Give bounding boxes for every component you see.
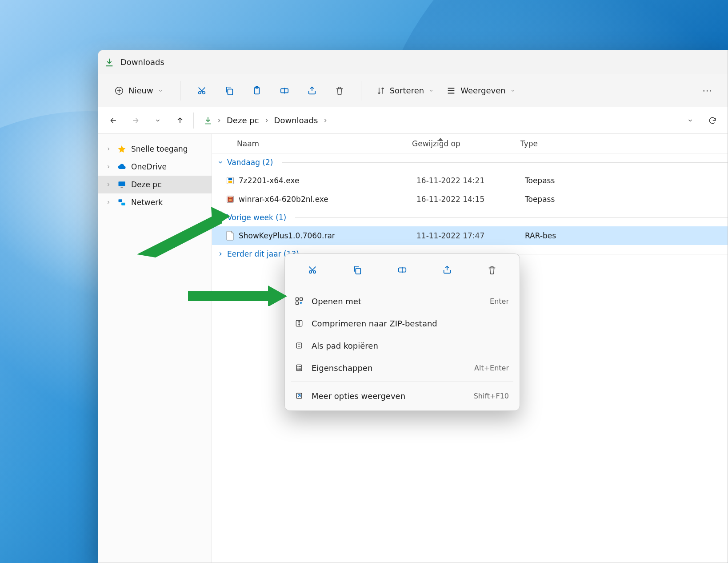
ctx-delete-button[interactable] — [482, 260, 502, 280]
column-date[interactable]: Gewijzigd op — [412, 139, 520, 148]
ctx-item-label: Comprimeren naar ZIP-bestand — [307, 319, 509, 328]
separator — [180, 81, 180, 101]
file-type: Toepass — [525, 195, 574, 204]
file-name: ShowKeyPlus1.0.7060.rar — [237, 231, 416, 240]
chevron-right-icon — [216, 117, 222, 124]
refresh-button[interactable] — [704, 112, 721, 129]
network-icon — [117, 198, 127, 207]
sidebar-item-label: OneDrive — [131, 162, 167, 171]
copy-icon — [224, 86, 234, 96]
chevron-down-icon — [687, 117, 693, 124]
column-name[interactable]: Naam — [212, 139, 412, 148]
sort-icon — [376, 86, 385, 95]
svg-rect-8 — [121, 187, 123, 188]
share-icon — [442, 265, 452, 275]
trash-icon — [487, 265, 497, 275]
window-title: Downloads — [120, 57, 164, 67]
svg-rect-25 — [296, 343, 302, 348]
sidebar-item-quick-access[interactable]: Snelle toegang — [98, 140, 212, 158]
ctx-properties[interactable]: Eigenschappen Alt+Enter — [288, 357, 516, 379]
sort-label: Sorteren — [390, 86, 424, 95]
svg-rect-7 — [119, 181, 125, 186]
chevron-down-icon — [158, 88, 163, 93]
up-button[interactable] — [171, 112, 189, 129]
chevron-right-icon — [322, 117, 328, 124]
ctx-item-label: Meer opties weergeven — [307, 391, 474, 401]
group-last-week[interactable]: Vorige week (1) — [212, 209, 728, 226]
breadcrumb-root[interactable]: Deze pc — [226, 114, 260, 127]
ctx-item-shortcut: Alt+Enter — [474, 364, 509, 372]
plus-circle-icon — [114, 86, 124, 96]
sidebar-item-label: Snelle toegang — [131, 145, 188, 153]
recent-button[interactable] — [149, 112, 167, 129]
ctx-more-options[interactable]: Meer opties weergeven Shift+F10 — [288, 385, 516, 407]
cut-button[interactable] — [191, 80, 212, 101]
exe-icon — [224, 176, 237, 185]
svg-rect-13 — [228, 178, 232, 180]
group-today[interactable]: Vandaag (2) — [212, 153, 728, 171]
ctx-compress[interactable]: Comprimeren naar ZIP-bestand — [288, 312, 516, 334]
downloads-folder-icon — [104, 57, 114, 67]
ctx-copy-button[interactable] — [348, 260, 367, 280]
crumbs-dropdown[interactable] — [681, 112, 699, 129]
svg-marker-31 — [137, 211, 222, 257]
chevron-right-icon — [104, 146, 112, 152]
sort-button[interactable]: Sorteren — [372, 82, 438, 99]
file-date: 16-11-2022 14:21 — [416, 176, 525, 185]
overflow-button[interactable]: ⋯ — [696, 80, 718, 101]
new-button[interactable]: Nieuw — [108, 82, 169, 99]
svg-rect-10 — [121, 203, 125, 205]
trash-icon — [335, 86, 344, 96]
file-row[interactable]: winrar-x64-620b2nl.exe 16-11-2022 14:15 … — [212, 190, 728, 209]
paste-button[interactable] — [246, 80, 268, 101]
ctx-cut-button[interactable] — [303, 260, 322, 280]
column-headers: Naam Gewijzigd op Type — [212, 134, 728, 153]
breadcrumb: Deze pc Downloads — [198, 114, 328, 127]
file-row[interactable]: 7z2201-x64.exe 16-11-2022 14:21 Toepass — [212, 171, 728, 190]
chevron-right-icon — [104, 182, 112, 187]
zip-icon — [295, 319, 307, 328]
sidebar: Snelle toegang OneDrive Deze pc — [98, 134, 212, 563]
ctx-item-shortcut: Shift+F10 — [474, 392, 509, 400]
cloud-icon — [117, 162, 127, 171]
copy-icon — [352, 265, 362, 275]
ctx-share-button[interactable] — [437, 260, 457, 280]
arrow-right-icon — [131, 116, 140, 125]
svg-rect-12 — [228, 181, 232, 183]
new-label: Nieuw — [128, 86, 153, 95]
exe-icon — [224, 195, 237, 204]
ctx-copy-path[interactable]: Als pad kopiëren — [288, 334, 516, 357]
sidebar-item-onedrive[interactable]: OneDrive — [98, 158, 212, 176]
svg-marker-32 — [211, 207, 230, 228]
downloads-folder-icon — [204, 116, 212, 125]
ctx-item-label: Als pad kopiëren — [307, 341, 509, 350]
separator — [361, 81, 361, 101]
view-button[interactable]: Weergeven — [442, 82, 520, 99]
sidebar-item-label: Deze pc — [131, 180, 161, 189]
ctx-item-label: Openen met — [307, 297, 490, 306]
chevron-down-icon — [217, 159, 224, 165]
sidebar-item-this-pc[interactable]: Deze pc — [98, 176, 212, 193]
svg-rect-9 — [119, 199, 122, 202]
copy-button[interactable] — [219, 80, 240, 101]
file-date: 11-11-2022 17:47 — [416, 231, 525, 240]
chevron-right-icon — [104, 164, 112, 169]
ctx-open-with[interactable]: Openen met Enter — [288, 290, 516, 312]
svg-rect-3 — [228, 89, 232, 95]
address-bar: Deze pc Downloads — [98, 107, 728, 134]
rename-icon — [280, 86, 289, 96]
back-button[interactable] — [104, 112, 122, 129]
titlebar: Downloads — [98, 50, 728, 74]
delete-button[interactable] — [329, 80, 350, 101]
copy-path-icon — [295, 341, 307, 350]
share-button[interactable] — [301, 80, 323, 101]
share-icon — [307, 86, 317, 96]
ctx-rename-button[interactable] — [392, 260, 412, 280]
cut-icon — [197, 86, 207, 96]
column-type[interactable]: Type — [520, 139, 569, 148]
forward-button[interactable] — [127, 112, 144, 129]
breadcrumb-folder[interactable]: Downloads — [273, 114, 319, 127]
file-row-selected[interactable]: ShowKeyPlus1.0.7060.rar 11-11-2022 17:47… — [212, 226, 728, 245]
toolbar: Nieuw Sorter — [98, 74, 728, 107]
rename-button[interactable] — [274, 80, 295, 101]
